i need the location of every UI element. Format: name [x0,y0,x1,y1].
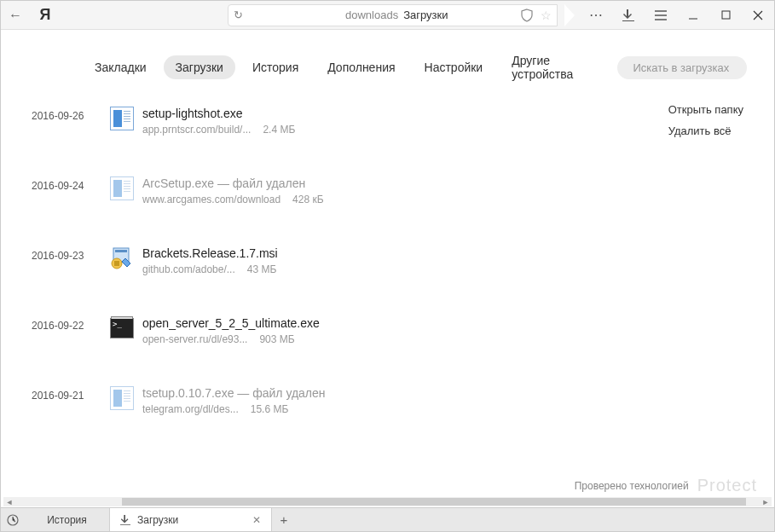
download-row[interactable]: 2016-09-21tsetup.0.10.7.exe — файл удале… [32,386,747,415]
installer-icon [110,246,134,270]
bottom-tab-downloads-label: Загрузки [137,514,178,526]
protect-shield-icon[interactable] [520,9,534,22]
bottom-tab-downloads[interactable]: Загрузки ✕ [110,508,272,532]
download-meta: open-server.ru/dl/e93...903 МБ [142,333,320,345]
window-maximize-button[interactable] [709,1,742,30]
download-source: open-server.ru/dl/e93... [142,333,247,345]
protect-footer: Проверено технологией Protect [575,476,757,495]
document-icon [110,386,134,410]
side-actions: Открыть папку Удалить всё [668,103,743,137]
download-info: tsetup.0.10.7.exe — файл удаленtelegram.… [142,386,326,415]
terminal-icon [110,318,134,338]
tab-downloads[interactable]: Загрузки [164,55,235,79]
downloads-icon[interactable] [612,1,645,30]
tab-history[interactable]: История [240,55,310,79]
download-info: setup-lightshot.exeapp.prntscr.com/build… [142,107,295,136]
url-prefix: downloads [345,9,398,21]
close-tab-icon[interactable]: ✕ [252,514,261,526]
download-source: telegram.org/dl/des... [142,403,239,415]
download-size: 43 МБ [247,263,277,275]
settings-nav: Закладки Загрузки История Дополнения Нас… [1,30,774,98]
download-row[interactable]: 2016-09-23Brackets.Release.1.7.msigithub… [32,246,747,275]
hamburger-menu-icon[interactable] [645,1,677,30]
protect-label: Проверено технологией [575,480,689,492]
download-filename[interactable]: Brackets.Release.1.7.msi [142,246,278,260]
menu-more-icon[interactable]: ⋯ [580,1,612,30]
new-tab-button[interactable]: + [272,512,296,527]
download-meta: github.com/adobe/...43 МБ [142,263,278,275]
document-icon [110,176,134,200]
url-title: Загрузки [403,9,448,21]
bottom-tab-bar: История Загрузки ✕ + [1,507,774,531]
document-icon [110,107,134,130]
download-filename[interactable]: setup-lightshot.exe [142,107,295,120]
protect-brand: Protect [697,476,757,495]
window-minimize-button[interactable] [677,1,709,30]
tab-devices[interactable]: Другие устройства [500,49,612,86]
address-bar-wedge [564,4,575,26]
download-size: 15.6 МБ [251,403,289,415]
download-source: www.arcgames.com/download [142,194,281,205]
download-filename[interactable]: ArcSetup.exe — файл удален [142,176,324,190]
svg-rect-2 [115,250,127,252]
download-info: open_server_5_2_5_ultimate.exeopen-serve… [142,316,320,345]
tab-settings[interactable]: Настройки [413,55,495,79]
download-date: 2016-09-23 [32,246,110,262]
search-placeholder: Искать в загрузках [633,61,729,74]
horizontal-scrollbar[interactable]: ◄ ► [3,497,772,506]
back-button[interactable]: ← [1,1,30,30]
reload-icon[interactable]: ↻ [234,9,243,21]
address-bar[interactable]: ↻ downloads Загрузки ☆ [228,4,558,26]
download-date: 2016-09-24 [32,176,110,192]
tab-bookmarks[interactable]: Закладки [83,55,159,79]
downloads-list: Открыть папку Удалить всё 2016-09-26setu… [1,98,774,512]
download-row[interactable]: 2016-09-26setup-lightshot.exeapp.prntscr… [32,107,747,136]
download-date: 2016-09-22 [32,316,110,332]
download-info: ArcSetup.exe — файл удаленwww.arcgames.c… [142,176,324,205]
scrollbar-thumb[interactable] [122,498,746,506]
download-size: 2.4 МБ [263,124,295,136]
svg-rect-0 [722,11,730,19]
bottom-tab-history[interactable]: История [25,508,110,532]
download-size: 428 кБ [292,194,323,205]
download-meta: telegram.org/dl/des...15.6 МБ [142,403,326,415]
search-input[interactable]: Искать в загрузках [617,56,747,79]
download-source: github.com/adobe/... [142,263,235,275]
yandex-logo[interactable]: Я [33,3,57,27]
download-row[interactable]: 2016-09-22open_server_5_2_5_ultimate.exe… [32,316,747,345]
download-source: app.prntscr.com/build/... [142,124,251,136]
download-filename[interactable]: tsetup.0.10.7.exe — файл удален [142,386,326,400]
download-size: 903 МБ [259,333,294,345]
window-close-button[interactable] [742,1,774,30]
download-small-icon [120,515,130,525]
download-date: 2016-09-26 [32,107,110,122]
bookmark-star-icon[interactable]: ☆ [541,9,552,22]
download-filename[interactable]: open_server_5_2_5_ultimate.exe [142,316,320,330]
open-folder-link[interactable]: Открыть папку [668,103,743,116]
bottom-tab-history-label: История [47,514,87,526]
download-meta: app.prntscr.com/build/...2.4 МБ [142,124,295,136]
download-date: 2016-09-21 [32,386,110,402]
download-row[interactable]: 2016-09-24ArcSetup.exe — файл удаленwww.… [32,176,747,205]
download-info: Brackets.Release.1.7.msigithub.com/adobe… [142,246,278,275]
browser-toolbar: ← Я ↻ downloads Загрузки ☆ ⋯ [1,1,774,30]
download-meta: www.arcgames.com/download428 кБ [142,194,324,205]
svg-rect-4 [114,261,119,266]
delete-all-link[interactable]: Удалить всё [668,124,743,137]
tab-addons[interactable]: Дополнения [315,55,407,79]
clock-icon[interactable] [1,514,25,526]
